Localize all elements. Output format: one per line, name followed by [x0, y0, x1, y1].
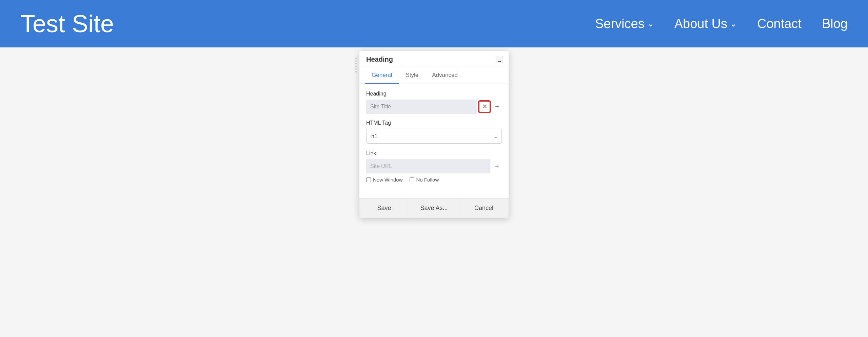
heading-input[interactable] — [366, 100, 477, 114]
tab-style[interactable]: Style — [399, 67, 425, 84]
heading-input-row: ✕ + — [366, 100, 502, 114]
html-tag-field-label: HTML Tag — [366, 120, 502, 126]
html-tag-select-wrapper: h1 h2 h3 h4 h5 h6 div span p ⌄ — [366, 129, 502, 144]
dialog-body: Heading ✕ + HTML Tag h1 h2 h3 h4 — [359, 84, 509, 195]
close-icon: ✕ — [482, 103, 487, 110]
heading-field-label: Heading — [366, 91, 502, 97]
drag-dot — [355, 66, 357, 67]
new-window-checkbox[interactable] — [366, 177, 371, 182]
nav: Services ⌄ About Us ⌄ Contact Blog — [595, 17, 848, 31]
dialog-footer: Save Save As... Cancel — [359, 198, 509, 218]
html-tag-select[interactable]: h1 h2 h3 h4 h5 h6 div span p — [366, 129, 502, 144]
drag-dot — [355, 58, 357, 59]
chevron-down-icon: ⌄ — [730, 19, 737, 28]
tab-general[interactable]: General — [365, 67, 399, 84]
checkbox-row: New Window No Follow — [366, 177, 502, 183]
tab-advanced[interactable]: Advanced — [425, 67, 465, 84]
new-window-label: New Window — [373, 177, 403, 183]
add-link-button[interactable]: + — [492, 162, 502, 171]
nav-item-blog[interactable]: Blog — [822, 17, 848, 31]
dialog-title-bar: Heading — [359, 51, 509, 67]
drag-handle[interactable] — [355, 58, 357, 72]
cancel-button[interactable]: Cancel — [459, 198, 509, 218]
nav-item-services[interactable]: Services ⌄ — [595, 17, 654, 31]
page-body: Heading General Style Advanced Heading — [0, 47, 868, 337]
drag-dot — [355, 68, 357, 70]
plus-icon: + — [495, 102, 499, 111]
dialog-minimize-button[interactable] — [496, 56, 503, 63]
link-input-row: + — [366, 159, 502, 173]
drag-dot — [355, 71, 357, 72]
nav-label-about: About Us — [674, 17, 727, 31]
link-field-label: Link — [366, 150, 502, 156]
dialog-title: Heading — [366, 56, 393, 63]
dialog: Heading General Style Advanced Heading — [359, 51, 509, 218]
no-follow-label: No Follow — [416, 177, 439, 183]
clear-heading-button[interactable]: ✕ — [479, 101, 490, 112]
link-input[interactable] — [366, 159, 490, 173]
new-window-checkbox-label[interactable]: New Window — [366, 177, 403, 183]
nav-item-contact[interactable]: Contact — [757, 17, 802, 31]
nav-label-contact: Contact — [757, 17, 802, 31]
minimize-icon — [498, 61, 501, 62]
html-tag-select-row: h1 h2 h3 h4 h5 h6 div span p ⌄ — [366, 129, 502, 144]
no-follow-checkbox-label[interactable]: No Follow — [410, 177, 439, 183]
chevron-down-icon: ⌄ — [647, 19, 654, 28]
no-follow-checkbox[interactable] — [410, 177, 414, 182]
header: Test Site Services ⌄ About Us ⌄ Contact … — [0, 0, 868, 47]
save-button[interactable]: Save — [359, 198, 409, 218]
dialog-tabs: General Style Advanced — [359, 67, 509, 84]
nav-label-services: Services — [595, 17, 645, 31]
nav-item-about[interactable]: About Us ⌄ — [674, 17, 737, 31]
site-title: Test Site — [20, 10, 114, 38]
drag-dot — [355, 60, 357, 62]
add-heading-button[interactable]: + — [492, 102, 502, 111]
drag-dot — [355, 63, 357, 64]
plus-icon: + — [495, 162, 499, 171]
save-as-button[interactable]: Save As... — [409, 198, 459, 218]
nav-label-blog: Blog — [822, 17, 848, 31]
